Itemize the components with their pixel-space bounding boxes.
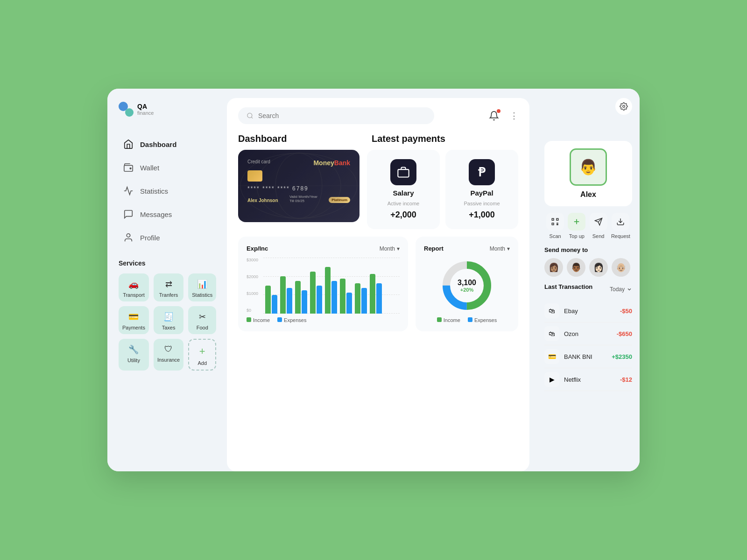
action-send[interactable]: Send [590, 213, 607, 239]
service-label-insurance: Insurance [157, 357, 180, 363]
expense-bar [317, 286, 322, 314]
expense-bar [331, 281, 337, 314]
card-payments-row: Credit card MoneyBank **** **** **** 678… [238, 150, 518, 229]
txn-netflix-name: Netflix [564, 376, 581, 383]
service-transfers[interactable]: ⇄ Tranfers [154, 273, 183, 301]
transfers-icon: ⇄ [165, 279, 172, 289]
sidebar: QA finance Dashboard Wallet Statistics M… [107, 89, 219, 471]
txn-ozon-left: 🛍 Ozon [544, 326, 578, 341]
service-statistics[interactable]: 📊 Statistics [188, 273, 216, 301]
txn-ozon-name: Ozon [564, 330, 578, 337]
paypal-icon-box: Ᵽ [469, 159, 495, 185]
txn-ozon-amount: -$650 [617, 330, 632, 337]
income-bar [325, 267, 331, 314]
send-money-title: Send money to [544, 246, 632, 253]
txn-filter[interactable]: Today [610, 286, 632, 293]
income-bar [280, 276, 286, 314]
avatars-row: 👩🏽 👨🏾 👩🏻 👴🏼 [544, 258, 632, 277]
service-taxes[interactable]: 🧾 Taxes [154, 306, 183, 334]
sidebar-item-statistics[interactable]: Statistics [119, 180, 208, 202]
sidebar-item-dashboard[interactable]: Dashboard [119, 133, 208, 155]
donut-wrap: 3,100 +20% [439, 258, 495, 314]
txn-netflix-amount: -$12 [620, 376, 632, 383]
donut-chart-card: Report Month ▾ [416, 237, 518, 331]
profile-card: 👨 Alex [544, 141, 632, 206]
contact-avatar-4[interactable]: 👴🏼 [612, 258, 630, 277]
expense-bar [287, 288, 292, 314]
action-label-scan: Scan [550, 233, 561, 239]
expense-bar [302, 290, 307, 314]
sidebar-item-profile[interactable]: Profile [119, 227, 208, 248]
briefcase-icon [397, 166, 410, 179]
card-valid: Valid Month/YearTill 09/25 [289, 195, 317, 203]
bar-chart-wrapper: $3000 $2000 $1000 $0 [247, 258, 400, 314]
bar-chart-filter[interactable]: Month ▾ [380, 245, 400, 252]
main-nav: Dashboard Wallet Statistics Messages Pro… [119, 133, 208, 248]
dashboard-panel: ⋮ Dashboard Latest payments [227, 98, 529, 471]
search-bar[interactable] [238, 107, 434, 124]
paypal-name: PayPal [470, 189, 493, 197]
send-icon [594, 217, 603, 226]
salary-icon-box [390, 159, 416, 185]
bar-chart-title: Exp/Inc [247, 245, 268, 252]
logo-icon [119, 102, 134, 117]
service-label-transport: Transport [123, 292, 145, 298]
right-panel: 👨 Alex Scan [537, 89, 640, 471]
profile-avatar: 👨 [570, 148, 607, 186]
donut-chart-header: Report Month ▾ [424, 245, 510, 252]
bar-pair [340, 279, 352, 314]
txn-ebay-left: 🛍 Ebay [544, 303, 578, 318]
service-utility[interactable]: 🔧 Utility [119, 339, 149, 371]
utility-icon: 🔧 [128, 344, 139, 355]
more-options-button[interactable]: ⋮ [510, 111, 518, 121]
expense-bar [272, 295, 277, 314]
donut-chart-filter[interactable]: Month ▾ [490, 245, 510, 252]
last-txn-title: Last Transaction [544, 283, 592, 290]
services-grid: 🚗 Transport ⇄ Tranfers 📊 Statistics 💳 Pa… [119, 273, 208, 371]
salary-name: Salary [393, 189, 414, 197]
search-input[interactable] [258, 112, 426, 119]
sidebar-item-messages[interactable]: Messages [119, 203, 208, 225]
download-icon [616, 217, 625, 226]
service-transport[interactable]: 🚗 Transport [119, 273, 149, 301]
payment-salary: Salary Active income +2,000 [367, 150, 440, 229]
profile-name: Alex [552, 190, 625, 199]
logo-name: QA [137, 103, 154, 111]
service-payments[interactable]: 💳 Payments [119, 306, 149, 334]
service-insurance[interactable]: 🛡 Insurance [154, 339, 183, 371]
notification-button[interactable] [486, 107, 502, 124]
nav-label-statistics: Statistics [140, 187, 168, 195]
bar-chart-card: Exp/Inc Month ▾ $3000 $2000 $1000 $0 [238, 237, 408, 331]
topup-icon-box [568, 213, 585, 231]
contact-avatar-3[interactable]: 👩🏻 [589, 258, 608, 277]
transport-icon: 🚗 [128, 279, 139, 289]
service-add[interactable]: + Add [188, 339, 216, 371]
nav-label-dashboard: Dashboard [140, 140, 176, 148]
action-request[interactable]: Request [611, 213, 630, 239]
send-money-section: Send money to 👩🏽 👨🏾 👩🏻 👴🏼 [544, 246, 632, 277]
service-label-food: Food [197, 325, 208, 330]
income-bar [310, 272, 316, 314]
service-food[interactable]: ✂ Food [188, 306, 216, 334]
action-topup[interactable]: Top up [568, 213, 585, 239]
contact-avatar-2[interactable]: 👨🏾 [567, 258, 585, 277]
txn-ebay-amount: -$50 [620, 308, 632, 315]
income-bar [295, 281, 301, 314]
main-content: ⋮ Dashboard Latest payments [219, 89, 537, 471]
settings-button[interactable] [615, 98, 632, 115]
food-icon: ✂ [199, 312, 206, 322]
contact-avatar-1[interactable]: 👩🏽 [544, 258, 563, 277]
card-badge: Platinum [329, 197, 350, 203]
expense-bar [346, 293, 352, 314]
card-chip [247, 170, 262, 182]
sidebar-item-wallet[interactable]: Wallet [119, 157, 208, 178]
paypal-amount: +1,000 [469, 210, 495, 220]
credit-card: Credit card MoneyBank **** **** **** 678… [238, 150, 359, 222]
svg-rect-14 [552, 218, 554, 220]
ozon-icon: 🛍 [544, 326, 559, 341]
action-label-request: Request [611, 233, 630, 239]
bar-pair [325, 267, 337, 314]
action-scan[interactable]: Scan [546, 213, 564, 239]
bar-chart-area [263, 258, 400, 314]
action-label-send: Send [592, 233, 605, 239]
